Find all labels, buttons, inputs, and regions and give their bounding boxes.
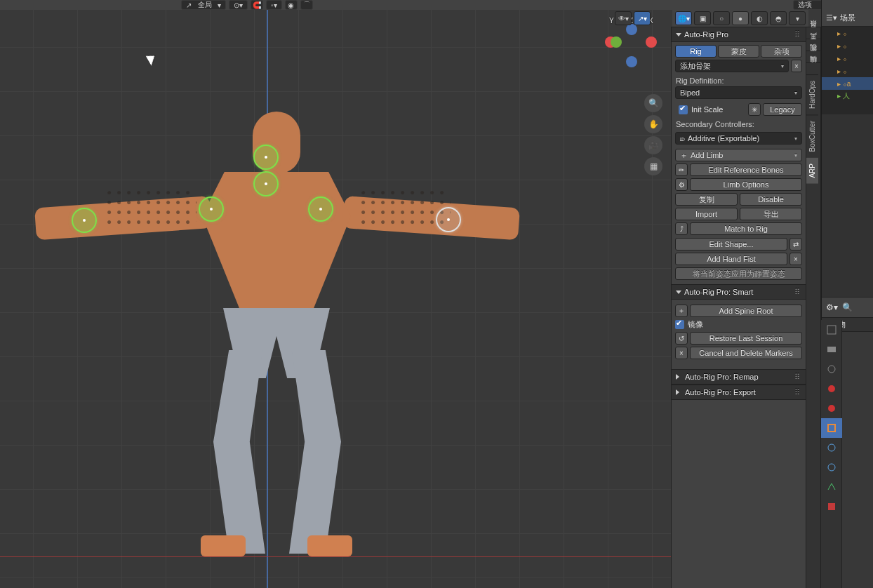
arp-remap-header[interactable]: Auto-Rig Pro: Remap ⠿ [672, 369, 806, 385]
properties-search-icon[interactable]: 🔍 [842, 302, 853, 312]
arp-export-header[interactable]: Auto-Rig Pro: Export ⠿ [672, 385, 806, 400]
hand-fist-remove[interactable]: × [789, 253, 802, 265]
rig-marker-shoulder-l[interactable] [199, 196, 224, 222]
3d-viewport[interactable]: Z Y X 🔍 ✋ 🎥 ▦ [0, 10, 671, 588]
vtab-edit[interactable]: 编辑 [806, 62, 820, 74]
vtab-item[interactable]: 条目 [806, 27, 820, 39]
vtab-view[interactable]: 视图 [806, 51, 820, 62]
outliner-header[interactable]: ☰▾ 场景 [822, 10, 873, 27]
edit-shape-mirror[interactable]: ⇄ [789, 238, 802, 250]
apply-rest-pose-button[interactable]: 将当前姿态应用为静置姿态 [675, 267, 802, 280]
tab-skin[interactable]: 蒙皮 [718, 45, 759, 58]
camera-button[interactable]: 🎥 [644, 136, 662, 154]
export-button[interactable]: 导出 [740, 208, 802, 220]
ptab-render[interactable] [821, 320, 842, 340]
proportional-toggle[interactable]: ◉ [285, 0, 298, 10]
proportional-mode[interactable]: ⌒ [300, 0, 313, 10]
ptab-particles[interactable] [821, 457, 842, 477]
mirror-checkbox[interactable]: 镜像 [675, 319, 703, 330]
disable-button[interactable]: Disable [740, 193, 802, 206]
arp-title: Auto-Rig Pro [684, 30, 728, 39]
remove-armature-button[interactable]: × [791, 60, 802, 72]
add-limb-button[interactable]: ＋ Add Limb▾ [675, 149, 802, 161]
axis-y-label: Y [609, 17, 614, 25]
edit-ref-bones-button[interactable]: Edit Reference Bones [690, 163, 802, 176]
limb-options-button[interactable]: Limb Options [690, 178, 802, 191]
rig-def-dropdown[interactable]: Biped▾ [675, 86, 802, 99]
tab-misc[interactable]: 杂项 [761, 45, 802, 58]
rig-marker-shoulder-r[interactable] [308, 196, 333, 222]
rig-marker-neck[interactable] [253, 145, 279, 170]
duplicate-button[interactable]: 复制 [675, 193, 738, 206]
svg-rect-1 [827, 347, 836, 352]
sec-ctrl-dropdown[interactable]: ⎄ Additive (Exportable)▾ [675, 132, 802, 145]
rig-marker-hand-r[interactable] [436, 207, 461, 232]
shade-matprev[interactable]: ◐ [751, 11, 768, 25]
vtab-boxcutter[interactable]: BoxCutter [806, 114, 818, 157]
ptab-modifiers[interactable] [821, 438, 842, 457]
shade-rendered[interactable]: ◓ [770, 11, 787, 25]
arp-smart-header[interactable]: Auto-Rig Pro: Smart ⠿ [672, 284, 806, 300]
rig-def-label: Rig Definition: [675, 75, 802, 86]
xray-toggle[interactable]: ▣ [694, 11, 711, 25]
arp-panel-body: Rig 蒙皮 杂项 添加骨架▾ × Rig Definition: Biped▾… [672, 42, 806, 284]
legacy-button[interactable]: Legacy [763, 103, 802, 116]
add-spine-root-button[interactable]: Add Spine Root [690, 305, 802, 317]
add-armature-dropdown[interactable]: 添加骨架▾ [675, 60, 789, 72]
rig-marker-spine-top[interactable] [253, 171, 279, 196]
legacy-icon: ✳ [748, 103, 761, 116]
arp-export-title: Auto-Rig Pro: Export [685, 388, 756, 396]
ptab-output[interactable] [821, 340, 842, 359]
svg-rect-0 [827, 326, 836, 334]
arp-panel-header[interactable]: Auto-Rig Pro ⠿ [672, 27, 806, 42]
match-to-rig-button[interactable]: Match to Rig [690, 222, 802, 235]
import-button[interactable]: Import [675, 208, 738, 220]
edit-shape-button[interactable]: Edit Shape... [675, 238, 787, 250]
gizmo-toggle[interactable]: ↗▾ [634, 11, 651, 25]
vtab-arp[interactable]: ARP [806, 157, 818, 184]
zoom-button[interactable]: 🔍 [644, 94, 662, 112]
shade-options[interactable]: ▾ [789, 11, 806, 25]
ptab-physics[interactable] [821, 477, 842, 497]
vtab-tool[interactable]: 工具 [806, 39, 820, 51]
rig-marker-hand-l[interactable] [72, 208, 97, 233]
properties-header[interactable]: ⚙▾ 🔍 [822, 297, 873, 318]
visibility-dropdown[interactable]: 👁▾ [615, 11, 632, 25]
outliner[interactable]: ▸ ⬦ ▸ ⬦ ▸ ⬦ ▸ ⬦ ▸ ⬦ a ▸ 人 [822, 27, 873, 114]
shade-solid[interactable]: ● [732, 11, 749, 25]
cancel-icon: × [675, 347, 688, 359]
ortho-button[interactable]: ▦ [644, 157, 662, 175]
ptab-constraints[interactable] [821, 497, 842, 516]
init-scale-checkbox[interactable]: Init Scale [675, 105, 723, 114]
tab-rig[interactable]: Rig [675, 45, 717, 58]
svg-rect-8 [828, 503, 835, 510]
match-icon: ⤴ [675, 222, 688, 235]
options-label: 选项 [798, 0, 812, 10]
scene-label: 场景 [840, 13, 855, 23]
ptab-scene[interactable] [821, 379, 842, 399]
ptab-world[interactable] [821, 399, 842, 418]
overlay-toggle[interactable]: 🌐▾ [675, 11, 692, 25]
properties-tabs [821, 320, 842, 588]
snap-toggle[interactable]: 🧲 [251, 0, 263, 10]
shade-wire[interactable]: ○ [713, 11, 730, 25]
orientation-dropdown[interactable]: ↗ 全局 ▾ [181, 0, 226, 10]
ptab-object[interactable] [821, 418, 842, 438]
vtab-hardops[interactable]: HardOps [806, 74, 818, 114]
pan-button[interactable]: ✋ [644, 115, 662, 133]
cancel-button[interactable]: Cancel and Delete Markers [690, 347, 802, 359]
restore-icon: ↺ [675, 332, 688, 345]
ptab-viewlayer[interactable] [821, 359, 842, 379]
pivot-dropdown[interactable]: ⊙▾ [229, 0, 248, 10]
n-panel-tabs: 条目 工具 视图 编辑 HardOps BoxCutter ARP [806, 27, 821, 588]
restore-button[interactable]: Restore Last Session [690, 332, 802, 345]
svg-point-6 [828, 444, 835, 451]
add-hand-fist-button[interactable]: Add Hand Fist [675, 253, 787, 265]
sec-ctrl-label: Secondary Controllers: [675, 119, 802, 130]
svg-rect-5 [828, 425, 835, 432]
snap-mode-dropdown[interactable]: ▫▾ [266, 0, 282, 10]
orientation-label: 全局 [198, 0, 212, 10]
svg-point-7 [828, 464, 835, 471]
viewport-header-strip: ↗ 全局 ▾ ⊙▾ 🧲 ▫▾ ◉ ⌒ 选项▾ [0, 0, 873, 10]
cursor-icon [148, 53, 156, 66]
